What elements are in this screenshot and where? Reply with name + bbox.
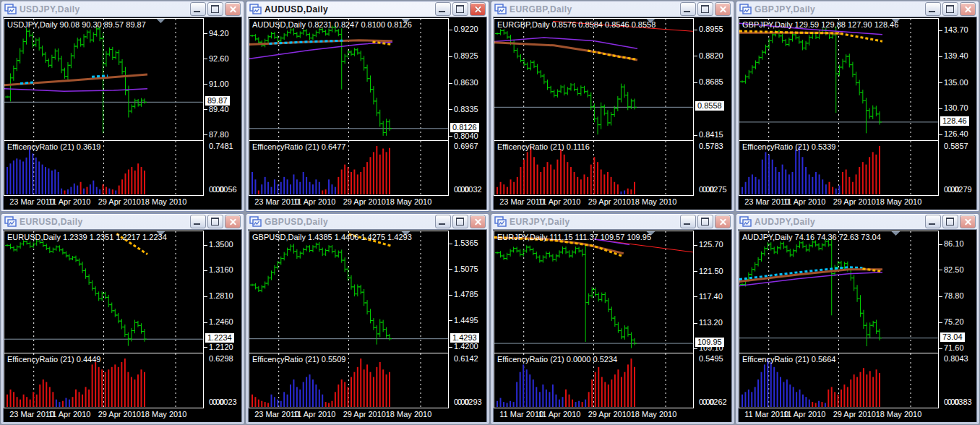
window-title: GBPJPY,Daily [755, 4, 922, 14]
window-buttons [435, 2, 486, 16]
chart-canvas[interactable]: EURUSD,Daily 1.2339 1.2351 1.2217 1.2234… [3, 229, 242, 422]
indicator-pane[interactable]: EfficencyRatio (21) 0.5664 [739, 353, 939, 408]
chart-window[interactable]: AUDUSD,Daily AUDUSD,Daily 0.8231 0.8247 … [246, 1, 489, 212]
chart-window[interactable]: GBPJPY,Daily GBPJPY,Daily 129.59 129.88 … [736, 1, 979, 212]
indicator-pane[interactable]: EfficencyRatio (21) 0.4449 [4, 353, 204, 408]
window-titlebar[interactable]: USDJPY,Daily [3, 1, 242, 17]
price-pane[interactable]: EURGBP,Daily 0.8576 0.8584 0.8546 0.8558 [494, 18, 694, 141]
indicator-max-value: 0.7481 [209, 142, 233, 150]
chart-canvas[interactable]: GBPUSD,Daily 1.4385 1.4406 1.4275 1.4293… [248, 229, 487, 422]
minimize-button[interactable] [925, 2, 941, 16]
time-axis[interactable]: 23 Mar 201011 Apr 201029 Apr 201018 May … [739, 196, 939, 208]
plot-column: EURJPY,Daily 111.15 111.37 109.57 109.95… [494, 231, 694, 421]
window-titlebar[interactable]: EURJPY,Daily [493, 214, 732, 229]
indicator-pane[interactable]: EfficencyRatio (21) 0.6477 [249, 140, 449, 196]
maximize-button[interactable] [697, 2, 713, 16]
indicator-pane[interactable]: EfficencyRatio (21) 0.5509 [249, 353, 449, 408]
time-axis[interactable]: 11 Mar 201011 Apr 201029 Apr 201018 May … [494, 408, 694, 421]
window-titlebar[interactable]: EURUSD,Daily [3, 214, 242, 229]
price-pane[interactable]: AUDUSD,Daily 0.8231 0.8247 0.8100 0.8126 [249, 18, 449, 141]
price-axis[interactable]: 0.92200.89250.86300.83350.80400.81260.69… [449, 18, 486, 210]
close-button[interactable] [470, 215, 486, 228]
window-title: AUDUSD,Daily [265, 4, 432, 14]
price-axis[interactable]: 1.35001.31601.28101.24601.21201.22340.62… [204, 231, 241, 422]
minimize-button[interactable] [680, 2, 696, 16]
close-button[interactable] [225, 2, 241, 16]
price-axis[interactable]: 94.2092.6091.0089.4087.8089.870.74810.00… [204, 18, 241, 210]
price-axis[interactable]: 125.70121.50117.40113.20109.10109.950.54… [694, 231, 731, 422]
chart-window[interactable]: EURJPY,Daily EURJPY,Daily 111.15 111.37 … [491, 213, 734, 424]
minimize-button[interactable] [680, 215, 696, 228]
chart-window[interactable]: USDJPY,Daily USDJPY,Daily 90.08 90.30 89… [1, 1, 244, 212]
date-label: 18 May 2010 [386, 197, 432, 206]
minimize-button[interactable] [435, 2, 451, 16]
date-label: 11 Mar 2010 [499, 410, 543, 418]
chart-window[interactable]: GBPUSD,Daily GBPUSD,Daily 1.4385 1.4406 … [246, 213, 489, 424]
indicator-pane[interactable]: EfficencyRatio (21) 0.0000 0.5234 [494, 353, 694, 408]
window-titlebar[interactable]: EURGBP,Daily [493, 1, 732, 17]
date-label: 11 Mar 2010 [744, 410, 788, 418]
chart-canvas[interactable]: USDJPY,Daily 90.08 90.30 89.57 89.87 Eff… [3, 17, 242, 210]
chart-canvas[interactable]: GBPJPY,Daily 129.59 129.88 127.90 128.46… [738, 17, 977, 210]
maximize-button[interactable] [942, 215, 958, 228]
chart-canvas[interactable]: EURGBP,Daily 0.8576 0.8584 0.8546 0.8558… [493, 17, 732, 210]
close-button[interactable] [960, 215, 976, 228]
chart-canvas[interactable]: AUDUSD,Daily 0.8231 0.8247 0.8100 0.8126… [248, 17, 487, 210]
price-pane[interactable]: USDJPY,Daily 90.08 90.30 89.57 89.87 [4, 18, 204, 141]
maximize-button[interactable] [452, 215, 468, 228]
price-axis[interactable]: 1.53651.50751.47851.44951.42001.42930.61… [449, 231, 486, 422]
maximize-button[interactable] [697, 215, 713, 228]
price-chart-svg [249, 19, 448, 140]
close-button[interactable] [225, 215, 241, 228]
chart-canvas[interactable]: AUDJPY,Daily 74.16 74.36 72.63 73.04 Eff… [738, 229, 977, 422]
date-label: 29 Apr 2010 [98, 197, 141, 206]
date-label: 18 May 2010 [876, 197, 922, 206]
chart-window[interactable]: EURGBP,Daily EURGBP,Daily 0.8576 0.8584 … [491, 1, 734, 212]
indicator-pane[interactable]: EfficencyRatio (21) 0.1116 [494, 140, 694, 196]
window-titlebar[interactable]: AUDUSD,Daily [248, 1, 487, 17]
window-titlebar[interactable]: GBPUSD,Daily [248, 214, 487, 229]
price-pane[interactable]: GBPUSD,Daily 1.4385 1.4406 1.4275 1.4293 [249, 231, 449, 353]
price-pane[interactable]: AUDJPY,Daily 74.16 74.36 72.63 73.04 [739, 231, 939, 353]
chart-canvas[interactable]: EURJPY,Daily 111.15 111.37 109.57 109.95… [493, 229, 732, 422]
price-pane[interactable]: EURUSD,Daily 1.2339 1.2351 1.2217 1.2234 [4, 231, 204, 353]
minimize-button[interactable] [190, 215, 206, 228]
chart-window[interactable]: AUDJPY,Daily AUDJPY,Daily 74.16 74.36 72… [736, 213, 979, 424]
time-axis[interactable]: 23 Mar 201011 Apr 201029 Apr 201018 May … [4, 196, 204, 208]
price-pane[interactable]: EURJPY,Daily 111.15 111.37 109.57 109.95 [494, 231, 694, 353]
time-axis[interactable]: 11 Mar 201011 Apr 201029 Apr 201018 May … [739, 408, 939, 421]
time-axis[interactable]: 23 Mar 201011 Apr 201029 Apr 201018 May … [249, 196, 449, 208]
time-axis[interactable]: 23 Mar 201011 Apr 201029 Apr 201018 May … [249, 408, 449, 421]
tick-mark [939, 244, 942, 245]
price-pane[interactable]: GBPJPY,Daily 129.59 129.88 127.90 128.46 [739, 18, 939, 141]
maximize-button[interactable] [207, 2, 223, 16]
price-axis[interactable]: 86.1082.5078.8075.2071.6073.040.80430.00… [939, 231, 976, 422]
window-titlebar[interactable]: AUDJPY,Daily [738, 214, 977, 229]
close-button[interactable] [715, 2, 731, 16]
time-axis[interactable]: 23 Mar 201011 Apr 201029 Apr 201018 May … [4, 408, 204, 421]
close-icon [719, 5, 727, 13]
indicator-svg [249, 353, 448, 408]
close-button[interactable] [960, 2, 976, 16]
time-axis[interactable]: 23 Mar 201011 Apr 201029 Apr 201018 May … [494, 196, 694, 208]
chart-window[interactable]: EURUSD,Daily EURUSD,Daily 1.2339 1.2351 … [1, 213, 244, 424]
date-label: 23 Mar 2010 [254, 410, 299, 418]
minimize-button[interactable] [190, 2, 206, 16]
price-chart-svg [739, 231, 938, 353]
close-button[interactable] [715, 215, 731, 228]
indicator-pane[interactable]: EfficencyRatio (21) 0.5339 [739, 140, 939, 196]
minimize-button[interactable] [435, 215, 451, 228]
plot-column: GBPUSD,Daily 1.4385 1.4406 1.4275 1.4293… [249, 231, 449, 421]
indicator-svg [494, 353, 693, 408]
maximize-button[interactable] [207, 215, 223, 228]
indicator-pane[interactable]: EfficencyRatio (21) 0.3619 [4, 140, 204, 196]
price-axis[interactable]: 143.70139.40135.00130.70126.40128.460.58… [939, 18, 976, 210]
maximize-button[interactable] [942, 2, 958, 16]
indicator-max-value: 0.5857 [944, 142, 968, 150]
price-axis[interactable]: 0.89550.88200.86850.84150.85580.57830.00… [694, 18, 731, 210]
minimize-button[interactable] [925, 215, 941, 228]
close-button[interactable] [470, 2, 486, 16]
tick-mark [694, 82, 697, 83]
maximize-button[interactable] [452, 2, 468, 16]
window-titlebar[interactable]: GBPJPY,Daily [738, 1, 977, 17]
